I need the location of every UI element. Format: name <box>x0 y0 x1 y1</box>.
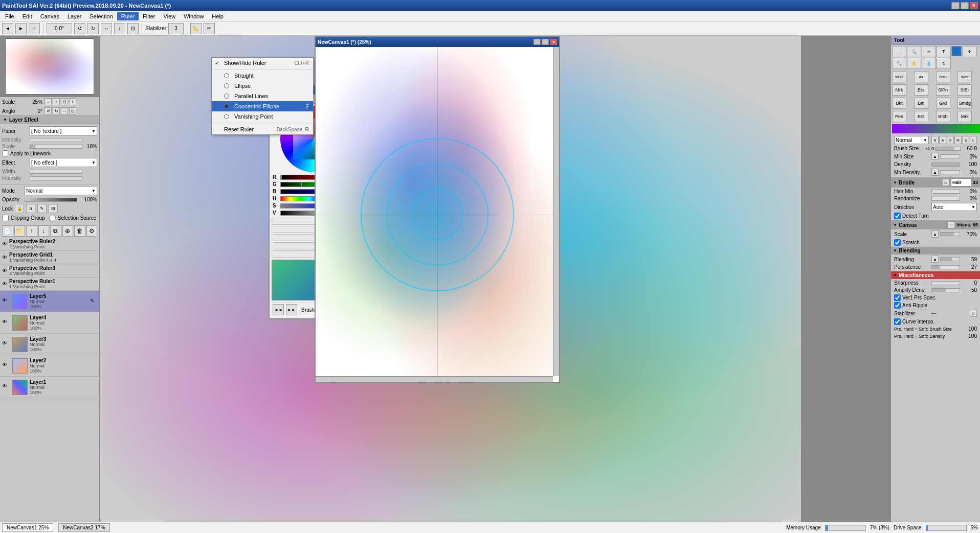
lock-alpha-btn[interactable]: α <box>26 204 35 213</box>
status-tab-canvas2[interactable]: NewCanvas2 17% <box>58 523 109 532</box>
menu-reset-ruler[interactable]: Reset Ruler BackSpace, R <box>212 124 313 134</box>
color-swatch-row[interactable] <box>892 124 980 133</box>
close-button[interactable]: ✕ <box>970 2 978 9</box>
list-item[interactable]: 👁 Perspective Ruler3 3 Vanishing Point <box>0 264 99 277</box>
canvas-scale-spin[interactable]: ▲ <box>931 230 939 238</box>
angle-ccw[interactable]: ↺ <box>44 107 52 114</box>
canvas-hscroll[interactable] <box>316 376 553 382</box>
layer-eye-icon[interactable]: 👁 <box>2 297 10 306</box>
layer-delete-btn[interactable]: 🗑 <box>74 225 85 237</box>
menu-layer[interactable]: Layer <box>63 12 86 20</box>
sharpness-track[interactable] <box>931 281 960 285</box>
layer-settings-btn[interactable]: ⚙ <box>86 225 98 237</box>
amplify-track[interactable] <box>931 288 960 292</box>
scale-effect-track[interactable] <box>30 145 82 149</box>
tool-btn-lasso[interactable]: 🔍 <box>907 46 921 57</box>
brush-prev-btn[interactable]: ◄◄ <box>273 304 284 315</box>
layer-eye-icon[interactable]: 👁 <box>2 362 10 370</box>
maximize-button[interactable]: □ <box>961 2 969 9</box>
table-row[interactable]: 👁 Layer3 Normal 100% <box>0 334 99 355</box>
toolbar-nav-home[interactable]: ⌂ <box>29 23 40 34</box>
table-row[interactable]: 👁 Layer5 Normal 100% ✎ <box>0 291 99 312</box>
layer-up-btn[interactable]: ↑ <box>26 225 37 237</box>
add-mode-btn[interactable]: A <box>939 136 946 144</box>
direction-select[interactable]: Auto ▼ <box>931 203 977 211</box>
tool-marker[interactable]: Mrk <box>892 84 906 96</box>
min-size-spin[interactable]: ▲ <box>931 153 939 160</box>
bristle-section-header[interactable]: ▼ Bristle □ Hair 43 <box>891 177 980 188</box>
scale-decrease[interactable]: - <box>44 98 52 105</box>
scale-reset[interactable]: 1 <box>69 98 76 105</box>
canvas-painting[interactable] <box>316 47 559 382</box>
angle-input[interactable]: 0.0° <box>47 23 72 34</box>
layer-eye-icon[interactable]: 👁 <box>2 383 10 391</box>
minimize-button[interactable]: ─ <box>951 2 960 9</box>
detect-turn-check[interactable] <box>894 213 901 219</box>
tool-marker2[interactable]: Mrk2 <box>892 71 906 82</box>
layer-down-btn[interactable]: ↓ <box>38 225 50 237</box>
table-row[interactable]: 👁 Layer4 Normal 100% <box>0 312 99 334</box>
toolbar-nav-prev[interactable]: ◄ <box>2 23 13 34</box>
effect-select[interactable]: [ No effect ] ▼ <box>30 158 97 167</box>
toolbar-nav-next[interactable]: ► <box>15 23 27 34</box>
tool-btn-pen[interactable]: ✏ <box>922 46 936 57</box>
ver1-prs-check[interactable] <box>894 294 901 301</box>
brush-mode-select[interactable]: Normal ▼ <box>894 136 929 144</box>
min-density-spin[interactable]: ▲ <box>931 169 939 176</box>
flip-h[interactable]: ↔ <box>101 23 112 34</box>
flip-v[interactable]: ↕ <box>114 23 125 34</box>
layer-eye-icon[interactable]: 👁 <box>2 340 10 349</box>
canvas-minimize-btn[interactable]: ─ <box>533 39 541 45</box>
tool-btn-hand[interactable]: ✋ <box>907 58 921 69</box>
tool-grad[interactable]: Grd <box>936 98 950 109</box>
scale-increase[interactable]: + <box>53 98 60 105</box>
menu-show-hide-ruler[interactable]: Show/Hide Ruler Ctrl+R <box>212 58 313 68</box>
tool-btn-color[interactable] <box>951 46 962 56</box>
menu-canvas[interactable]: Canvas <box>36 12 63 20</box>
new-layer-btn[interactable]: 📄 <box>2 225 13 237</box>
anti-ripple-check[interactable] <box>894 302 901 309</box>
canvas-maximize-btn[interactable]: □ <box>542 39 549 45</box>
tool-btn-zoom[interactable]: 🔍 <box>892 58 906 69</box>
selection-source-radio[interactable] <box>49 215 56 221</box>
canvas-window-content[interactable] <box>316 47 559 382</box>
tool-bucket[interactable]: Bkt <box>892 98 906 109</box>
blending-track[interactable] <box>940 257 960 261</box>
mode-select[interactable]: Normal ▼ <box>25 186 97 195</box>
lock-ref-btn[interactable]: ⊞ <box>49 204 58 213</box>
tool-eraser[interactable]: Ers <box>914 84 928 96</box>
canvas-scale-track[interactable] <box>940 232 960 236</box>
menu-selection[interactable]: Selection <box>86 12 117 20</box>
mul-mode-btn[interactable]: M <box>954 136 962 144</box>
tool-marker3[interactable]: Mrk <box>957 111 972 122</box>
tool-binary[interactable]: Bin <box>914 98 928 109</box>
menu-ellipse[interactable]: Ellipse <box>212 81 313 91</box>
hair-min-track[interactable] <box>931 190 960 194</box>
brush-next-btn[interactable]: ►► <box>286 304 297 315</box>
menu-concentric-ellipse[interactable]: Concentric Ellipse E <box>212 101 313 111</box>
min-density-track[interactable] <box>940 170 960 174</box>
canvas-toggle[interactable]: □ <box>948 221 955 228</box>
opacity-track[interactable] <box>25 198 77 202</box>
tool-water[interactable]: Watr <box>957 71 972 82</box>
list-item[interactable]: 👁 Perspective Ruler2 2 Vanishing Point <box>0 238 99 251</box>
tool-btn-rotate[interactable]: ↻ <box>937 58 951 69</box>
status-tab-canvas1[interactable]: NewCanvas1 25% <box>2 523 53 532</box>
menu-ruler[interactable]: Ruler <box>117 12 139 20</box>
brush-size-track[interactable] <box>935 147 961 151</box>
persistence-track[interactable] <box>931 265 960 269</box>
reset-view[interactable]: ⊡ <box>127 23 139 34</box>
list-item[interactable]: 👁 Perspective Ruler1 1 Vanishing Point <box>0 277 99 291</box>
stabilizer-value[interactable]: 3 <box>168 23 184 34</box>
tool-btn-marquee[interactable]: ⬜ <box>892 46 906 57</box>
table-row[interactable]: 👁 Layer2 Normal 100% <box>0 355 99 377</box>
tool-airbrush[interactable]: Air <box>914 71 928 82</box>
menu-edit[interactable]: Edit <box>18 12 36 20</box>
randomize-track[interactable] <box>931 197 960 201</box>
tool-pen2[interactable]: Pen <box>892 111 906 122</box>
clipping-check[interactable] <box>2 215 9 221</box>
intensity-track[interactable] <box>30 138 82 142</box>
lum-mode-btn[interactable]: L <box>970 136 977 144</box>
intensity2-track[interactable] <box>30 176 82 180</box>
menu-file[interactable]: File <box>1 12 18 20</box>
